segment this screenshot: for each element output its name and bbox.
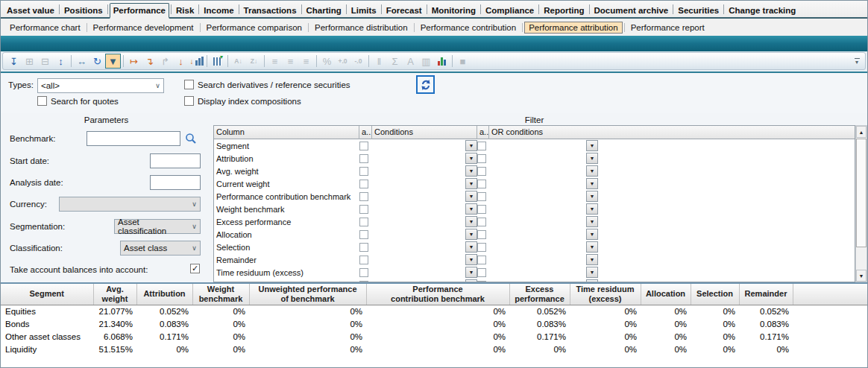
currency-select[interactable]: ∨ bbox=[59, 197, 201, 212]
filter-or-checkbox[interactable] bbox=[477, 167, 486, 176]
filter-and-checkbox[interactable] bbox=[359, 142, 368, 150]
balances-checkbox[interactable] bbox=[190, 264, 200, 273]
filter-and-checkbox[interactable] bbox=[359, 268, 368, 277]
filter-conditions-dropdown[interactable]: ▼ bbox=[465, 178, 477, 189]
filter-and-checkbox[interactable] bbox=[359, 256, 368, 264]
scrollbar-up-button[interactable]: ▲ bbox=[856, 126, 867, 138]
menu-tab-document-archive[interactable]: Document archive bbox=[591, 3, 672, 17]
results-header-remainder[interactable]: Remainder bbox=[739, 284, 793, 305]
results-header-avg-weight[interactable]: Avg. weight bbox=[93, 284, 136, 305]
index-columns-icon[interactable]: ▾ bbox=[210, 54, 225, 69]
drill-right-icon[interactable]: ↦ bbox=[126, 54, 142, 69]
subtab-performance-development[interactable]: Performance development bbox=[89, 22, 198, 34]
menu-tab-transactions[interactable]: Transactions bbox=[241, 3, 300, 17]
filter-or-conditions-dropdown[interactable]: ▼ bbox=[586, 165, 598, 177]
display-index-compositions-checkbox[interactable] bbox=[184, 96, 194, 106]
filter-conditions-dropdown[interactable]: ▼ bbox=[465, 241, 477, 253]
menu-tab-change-tracking[interactable]: Change tracking bbox=[726, 3, 799, 17]
menu-tab-monitoring[interactable]: Monitoring bbox=[429, 3, 479, 17]
drill-down-icon[interactable]: ↴ bbox=[142, 54, 157, 69]
filter-conditions-dropdown[interactable]: ▼ bbox=[465, 191, 477, 202]
menu-tab-income[interactable]: Income bbox=[201, 3, 236, 17]
search-icon[interactable] bbox=[184, 132, 198, 145]
filter-row[interactable]: Excess performance▼▼ bbox=[214, 215, 855, 228]
chart-view-icon[interactable] bbox=[434, 54, 450, 69]
menu-tab-charting[interactable]: Charting bbox=[304, 3, 345, 17]
filter-or-conditions-dropdown[interactable]: ▼ bbox=[586, 254, 598, 265]
filter-row[interactable]: Performance contribution benchmark▼▼ bbox=[214, 190, 855, 203]
menu-tab-positions[interactable]: Positions bbox=[61, 3, 106, 17]
filter-row[interactable]: Weight benchmark▼▼ bbox=[214, 203, 855, 215]
subtab-performance-contribution[interactable]: Performance contribution bbox=[416, 22, 521, 34]
filter-or-checkbox[interactable] bbox=[477, 243, 486, 252]
filter-or-conditions-dropdown[interactable]: ▼ bbox=[586, 153, 598, 164]
results-header-excess-performance[interactable]: Excess performance bbox=[509, 284, 570, 305]
subtab-performance-comparison[interactable]: Performance comparison bbox=[202, 22, 306, 34]
filter-row[interactable]: Remainder▼▼ bbox=[214, 253, 855, 266]
filter-or-checkbox[interactable] bbox=[477, 205, 486, 214]
menu-tab-securities[interactable]: Securities bbox=[675, 3, 722, 17]
menu-tab-compliance[interactable]: Compliance bbox=[482, 3, 537, 17]
results-header-allocation[interactable]: Allocation bbox=[641, 284, 691, 305]
filter-or-checkbox[interactable] bbox=[477, 256, 486, 264]
filter-icon[interactable]: ▼ bbox=[105, 54, 121, 69]
filter-and-checkbox[interactable] bbox=[359, 243, 368, 252]
start-date-input[interactable] bbox=[150, 153, 201, 168]
table-row[interactable]: Equities21.077%0.052%0%0%0%0.052%0%0%0%0… bbox=[1, 305, 868, 318]
filter-and-checkbox[interactable] bbox=[359, 180, 368, 188]
menu-tab-risk[interactable]: Risk bbox=[173, 3, 197, 17]
refresh-icon[interactable]: ↻ bbox=[89, 54, 105, 69]
results-header-attribution[interactable]: Attribution bbox=[136, 284, 192, 305]
filter-and-checkbox[interactable] bbox=[359, 167, 368, 176]
benchmark-chart-icon[interactable]: ↓ bbox=[189, 54, 204, 69]
scrollbar-down-button[interactable]: ▼ bbox=[856, 270, 867, 282]
subtab-performance-distribution[interactable]: Performance distribution bbox=[310, 22, 412, 34]
filter-or-conditions-dropdown[interactable]: ▼ bbox=[586, 267, 598, 278]
filter-and-checkbox[interactable] bbox=[359, 192, 368, 201]
results-header-time-residuum-excess[interactable]: Time residuum (excess) bbox=[570, 284, 641, 305]
export-layout-icon[interactable]: ↧ bbox=[6, 54, 22, 69]
drill-bottom-icon[interactable]: ↓ bbox=[173, 54, 189, 69]
filter-conditions-dropdown[interactable]: ▼ bbox=[465, 165, 477, 177]
menu-tab-forecast[interactable]: Forecast bbox=[383, 3, 425, 17]
filter-or-conditions-dropdown[interactable]: ▼ bbox=[586, 203, 598, 215]
filter-conditions-dropdown[interactable]: ▼ bbox=[465, 203, 477, 215]
toolbar-overflow-button[interactable]: ▾ bbox=[852, 54, 862, 68]
subtab-performance-attribution[interactable]: Performance attribution bbox=[524, 22, 623, 34]
search-for-quotes-checkbox[interactable] bbox=[37, 96, 47, 106]
menu-tab-reporting[interactable]: Reporting bbox=[541, 3, 587, 17]
filter-or-conditions-dropdown[interactable]: ▼ bbox=[586, 178, 598, 189]
table-row[interactable]: Other asset classes6.068%0.171%0%0%0%0.1… bbox=[1, 331, 868, 343]
table-row[interactable]: Bonds21.340%0.083%0%0%0%0.083%0%0%0%0.08… bbox=[1, 318, 868, 331]
filter-or-checkbox[interactable] bbox=[477, 230, 486, 239]
filter-or-checkbox[interactable] bbox=[477, 218, 486, 226]
filter-and-checkbox[interactable] bbox=[359, 218, 368, 226]
filter-row[interactable]: Allocation▼▼ bbox=[214, 228, 855, 241]
refresh-search-button[interactable] bbox=[416, 75, 435, 94]
menu-tab-performance[interactable]: Performance bbox=[110, 3, 169, 19]
search-derivatives-checkbox[interactable] bbox=[184, 80, 194, 89]
filter-conditions-dropdown[interactable]: ▼ bbox=[465, 229, 477, 240]
menu-tab-asset-value[interactable]: Asset value bbox=[4, 3, 57, 17]
classification-select[interactable]: Asset class ∨ bbox=[120, 241, 201, 256]
subtab-performance-chart[interactable]: Performance chart bbox=[5, 22, 85, 34]
segmentation-select[interactable]: Asset classification ∨ bbox=[114, 219, 201, 234]
filter-row[interactable]: Avg. weight▼▼ bbox=[214, 165, 855, 177]
fit-width-icon[interactable]: ↔ bbox=[74, 54, 89, 69]
filter-and-checkbox[interactable] bbox=[359, 154, 368, 163]
filter-or-conditions-dropdown[interactable]: ▼ bbox=[586, 241, 598, 253]
benchmark-input[interactable] bbox=[87, 131, 180, 146]
results-header-unweighted-performance-of-benchmark[interactable]: Unweighted performance of benchmark bbox=[249, 284, 366, 305]
filter-and-checkbox[interactable] bbox=[359, 205, 368, 214]
filter-or-conditions-dropdown[interactable]: ▼ bbox=[586, 191, 598, 202]
filter-or-checkbox[interactable] bbox=[477, 192, 486, 201]
filter-or-checkbox[interactable] bbox=[477, 180, 486, 188]
filter-or-checkbox[interactable] bbox=[477, 154, 486, 163]
results-header-selection[interactable]: Selection bbox=[691, 284, 739, 305]
filter-or-checkbox[interactable] bbox=[477, 268, 486, 277]
results-header-segment[interactable]: Segment bbox=[1, 284, 93, 305]
results-header-weight-benchmark[interactable]: Weight benchmark bbox=[192, 284, 249, 305]
filter-row[interactable]: Segment▼▼ bbox=[214, 139, 855, 152]
fit-height-icon[interactable]: ↕ bbox=[53, 54, 69, 69]
filter-and-checkbox[interactable] bbox=[359, 230, 368, 239]
